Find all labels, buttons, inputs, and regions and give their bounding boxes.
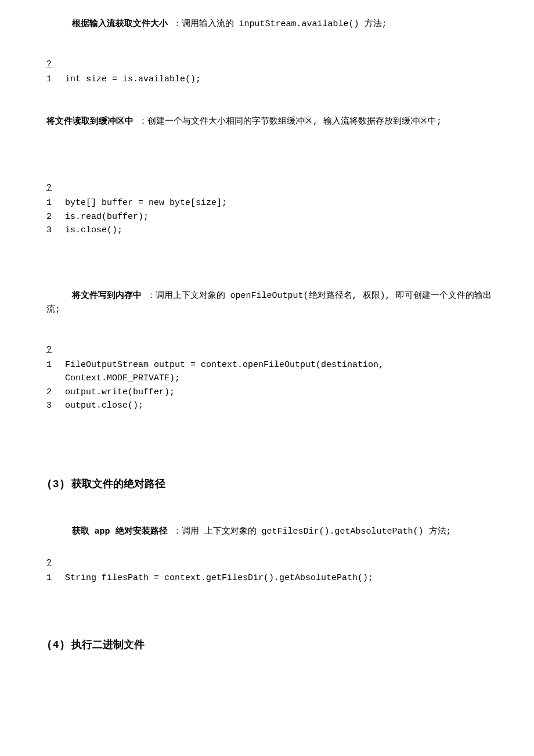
- paragraph-3: 将文件写到内存中 ：调用上下文对象的 openFileOutput(绝对路径名,…: [46, 289, 493, 317]
- code-row: 2 is.read(buffer);: [46, 210, 227, 224]
- p2-bold: 将文件读取到缓冲区中: [46, 117, 134, 127]
- line-number: 3: [46, 399, 65, 412]
- code-text: is.read(buffer);: [65, 210, 227, 224]
- code-text: output.write(buffer);: [65, 386, 493, 399]
- code-row: 1 int size = is.available();: [46, 73, 201, 86]
- code-row: 3 is.close();: [46, 224, 227, 237]
- code-row: 1 byte[] buffer = new byte[size];: [46, 196, 227, 210]
- p1-rest: ：调用输入流的 inputStream.available() 方法;: [168, 19, 387, 29]
- question-mark-link[interactable]: ?: [46, 181, 493, 195]
- p2-rest: ：创建一个与文件大小相同的字节数组缓冲区, 输入流将数据存放到缓冲区中;: [134, 117, 442, 127]
- question-mark-link[interactable]: ?: [46, 556, 493, 570]
- line-number: 3: [46, 224, 65, 237]
- line-number: 2: [46, 210, 65, 224]
- code-block-2: ? 1 byte[] buffer = new byte[size]; 2 is…: [46, 181, 493, 237]
- p4-bold: 获取 app 绝对安装路径: [72, 527, 168, 537]
- code-block-3: ? 1 FileOutputStream output = context.op…: [46, 343, 493, 412]
- code-text: String filesPath = context.getFilesDir()…: [65, 571, 373, 585]
- code-row: 2 output.write(buffer);: [46, 386, 493, 399]
- code-table-2: 1 byte[] buffer = new byte[size]; 2 is.r…: [46, 196, 227, 237]
- question-mark-link[interactable]: ?: [46, 57, 493, 71]
- code-text: byte[] buffer = new byte[size];: [65, 196, 227, 210]
- code-block-1: ? 1 int size = is.available();: [46, 57, 493, 86]
- code-row: 3 output.close();: [46, 399, 493, 412]
- paragraph-2: 将文件读取到缓冲区中 ：创建一个与文件大小相同的字节数组缓冲区, 输入流将数据存…: [46, 115, 493, 129]
- code-row: 1 String filesPath = context.getFilesDir…: [46, 571, 373, 585]
- heading-4: (4) 执行二进制文件: [46, 637, 493, 654]
- line-number: 1: [46, 358, 65, 386]
- code-row: 1 FileOutputStream output = context.open…: [46, 358, 493, 386]
- line-number: 1: [46, 196, 65, 210]
- code-text: is.close();: [65, 224, 227, 237]
- code-text: FileOutputStream output = context.openFi…: [65, 358, 493, 386]
- code-text: output.close();: [65, 399, 493, 412]
- p1-bold: 根据输入流获取文件大小: [72, 19, 168, 29]
- code-table-4: 1 String filesPath = context.getFilesDir…: [46, 571, 373, 585]
- heading-3: (3) 获取文件的绝对路径: [46, 476, 493, 493]
- p3-bold: 将文件写到内存中: [72, 291, 142, 301]
- line-number: 2: [46, 386, 65, 399]
- question-mark-link[interactable]: ?: [46, 343, 493, 357]
- line-number: 1: [46, 73, 65, 86]
- code-block-4: ? 1 String filesPath = context.getFilesD…: [46, 556, 493, 585]
- line-number: 1: [46, 571, 65, 585]
- paragraph-1: 根据输入流获取文件大小 ：调用输入流的 inputStream.availabl…: [46, 17, 493, 31]
- paragraph-4: 获取 app 绝对安装路径 ：调用 上下文对象的 getFilesDir().g…: [46, 525, 493, 539]
- p4-rest: ：调用 上下文对象的 getFilesDir().getAbsolutePath…: [168, 527, 452, 537]
- code-table-3: 1 FileOutputStream output = context.open…: [46, 358, 493, 412]
- code-table-1: 1 int size = is.available();: [46, 73, 201, 86]
- code-text: int size = is.available();: [65, 73, 201, 86]
